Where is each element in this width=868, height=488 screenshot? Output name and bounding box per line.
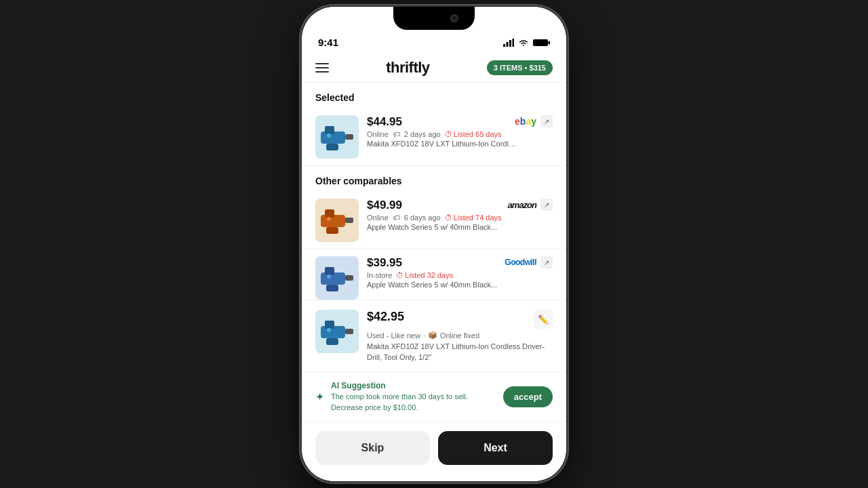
edit-icon[interactable]: ✏️ [534, 310, 553, 329]
app-bar: thriftly 3 ITEMS • $315 [302, 54, 566, 83]
svg-point-11 [327, 134, 331, 138]
app-logo: thriftly [386, 59, 429, 77]
svg-rect-4 [533, 39, 548, 46]
summary-price-area: $42.95 [367, 310, 404, 324]
amazon-logo: amazon [508, 200, 536, 210]
comparable-desc-1: Apple Watch Series 5 w/ 40mm Black... [367, 281, 516, 289]
signal-icon [503, 39, 514, 47]
svg-rect-3 [513, 39, 515, 47]
svg-rect-14 [325, 209, 334, 218]
drill-image-1 [315, 256, 359, 300]
summary-info: $42.95 ✏️ Used - Like new · 📦 Online fix… [367, 310, 553, 363]
svg-rect-16 [326, 227, 338, 234]
svg-rect-21 [345, 275, 353, 281]
cart-badge[interactable]: 3 ITEMS • $315 [487, 60, 553, 75]
comparable-thumb-1 [315, 256, 359, 300]
battery-icon [533, 39, 550, 47]
svg-rect-20 [325, 267, 334, 275]
svg-rect-9 [345, 134, 353, 140]
accept-button[interactable]: accept [503, 386, 553, 407]
comparable-price-0: $49.99 [367, 199, 402, 212]
svg-point-17 [327, 217, 331, 221]
comparable-price-1: $39.95 [367, 256, 402, 270]
bottom-buttons: Skip Next [302, 422, 566, 481]
comparable-source-0: Online [367, 214, 389, 222]
menu-line-3 [315, 71, 329, 73]
comparable-meta-0: Online 🏷 6 days ago ⏱ Listed 74 days [367, 214, 553, 222]
selected-time-ago: 2 days ago [404, 130, 441, 138]
comparable-listed-label-1: Listed 32 days [405, 271, 453, 279]
comparable-info-0: $49.99 amazon ↗ Online 🏷 6 days ago ⏱ Li… [367, 199, 553, 231]
goodwill-external-link-icon-1[interactable]: ↗ [540, 256, 553, 268]
camera-dot [450, 14, 458, 22]
tag-icon-0: 🏷 [393, 214, 400, 222]
menu-line-1 [315, 63, 329, 64]
selected-item-top-row: $44.95 ebay ↗ [367, 115, 553, 129]
selected-listed-label: Listed 65 days [454, 130, 502, 138]
svg-rect-32 [345, 329, 353, 334]
svg-rect-15 [345, 218, 353, 223]
svg-rect-0 [503, 44, 505, 47]
selected-item-retailer: ebay ↗ [515, 115, 553, 127]
comparable-card-1[interactable]: $39.95 Goodwill ↗ In-store ⏱ Listed 32 d… [302, 249, 566, 300]
ebay-external-link-icon[interactable]: ↗ [540, 115, 553, 127]
selected-source: Online [367, 130, 389, 138]
drill-image [315, 115, 359, 159]
hamburger-menu-icon[interactable] [315, 63, 329, 73]
svg-point-34 [327, 328, 331, 332]
selected-item-thumb [315, 115, 359, 159]
svg-rect-33 [326, 338, 338, 345]
main-content: Selected $44.95 [302, 83, 566, 300]
ai-suggestion-panel: ✦ AI Suggestion The comp took more than … [302, 373, 566, 422]
summary-listing-type: Online fixed [440, 331, 479, 340]
drill-image-0 [315, 199, 359, 242]
svg-point-23 [327, 274, 331, 279]
summary-thumb [315, 310, 359, 353]
comparable-desc-0: Apple Watch Series 5 w/ 40mm Black... [367, 223, 516, 231]
comparable-meta-1: In-store ⏱ Listed 32 days [367, 271, 553, 279]
svg-rect-10 [326, 144, 338, 150]
summary-drill-image [315, 310, 359, 353]
amazon-external-link-icon[interactable]: ↗ [540, 199, 553, 211]
summary-desc: Makita XFD10Z 18V LXT Lithium-Ion Cordle… [367, 342, 553, 363]
svg-rect-31 [325, 321, 334, 329]
selected-item-summary-card: $42.95 ✏️ Used - Like new · 📦 Online fix… [302, 300, 566, 373]
svg-rect-22 [326, 285, 338, 291]
comparable-time-ago-0: 6 days ago [404, 214, 441, 222]
meta-separator: · [423, 331, 425, 340]
comparable-top-row-1: $39.95 Goodwill ↗ [367, 256, 553, 270]
wifi-icon [518, 39, 529, 47]
comparable-listed-badge-1: ⏱ Listed 32 days [396, 271, 453, 279]
clock-icon: ⏱ [445, 130, 452, 138]
summary-meta: Used - Like new · 📦 Online fixed [367, 331, 553, 340]
selected-listed-badge: ⏱ Listed 65 days [445, 130, 502, 138]
ai-text-area: AI Suggestion The comp took more than 30… [331, 381, 496, 413]
box-icon: 📦 [428, 331, 437, 340]
ai-suggestion-title: AI Suggestion [331, 381, 496, 390]
svg-rect-8 [325, 126, 334, 134]
comparable-thumb-0 [315, 199, 359, 242]
ebay-logo: ebay [515, 116, 536, 127]
svg-rect-1 [507, 42, 509, 47]
comparables-section-label: Other comparables [302, 166, 566, 192]
selected-listing-card: $44.95 ebay ↗ Online 🏷 2 days ago [302, 108, 566, 166]
clock-icon-1: ⏱ [396, 271, 403, 279]
svg-rect-5 [549, 41, 551, 44]
comparable-card-0[interactable]: $49.99 amazon ↗ Online 🏷 6 days ago ⏱ Li… [302, 192, 566, 249]
selected-item-info: $44.95 ebay ↗ Online 🏷 2 days ago [367, 115, 553, 148]
comparable-top-row-0: $49.99 amazon ↗ [367, 199, 553, 212]
comparable-listed-badge-0: ⏱ Listed 74 days [445, 214, 502, 222]
comparable-info-1: $39.95 Goodwill ↗ In-store ⏱ Listed 32 d… [367, 256, 553, 289]
comparable-retailer-1: Goodwill ↗ [505, 256, 553, 268]
summary-condition: Used - Like new [367, 331, 420, 340]
comparable-source-1: In-store [367, 271, 392, 279]
comparable-listed-label-0: Listed 74 days [454, 214, 502, 222]
goodwill-logo-1: Goodwill [505, 258, 536, 267]
next-button[interactable]: Next [438, 431, 553, 465]
notch [393, 7, 475, 30]
status-icons [503, 39, 550, 47]
skip-button[interactable]: Skip [315, 431, 430, 465]
ai-suggestion-desc: The comp took more than 30 days to sell.… [331, 392, 496, 413]
phone-frame: 9:41 [302, 7, 566, 481]
status-time: 9:41 [318, 37, 338, 48]
